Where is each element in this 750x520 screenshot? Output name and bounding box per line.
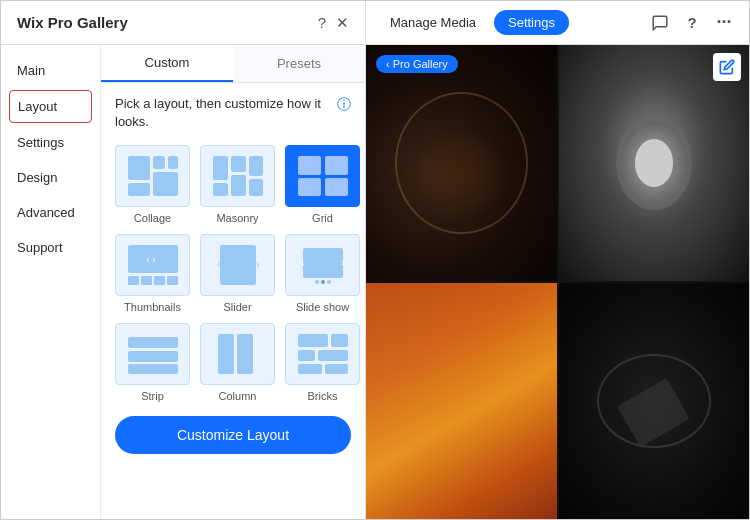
svg-text:›: › (256, 259, 259, 270)
svg-rect-12 (325, 156, 348, 175)
more-icon[interactable]: ··· (709, 8, 739, 38)
svg-rect-21 (220, 245, 256, 285)
layout-column-label: Column (219, 390, 257, 402)
svg-rect-6 (231, 156, 246, 172)
sidebar: Main Layout Settings Design Advanced Sup… (1, 45, 101, 519)
layout-masonry-label: Masonry (216, 212, 258, 224)
svg-rect-39 (298, 364, 322, 374)
svg-rect-18 (141, 276, 152, 285)
layout-grid-item[interactable]: Grid (285, 145, 360, 224)
svg-rect-37 (298, 350, 315, 361)
layout-strip-label: Strip (141, 390, 164, 402)
settings-tab[interactable]: Settings (494, 10, 569, 35)
svg-rect-14 (325, 178, 348, 196)
gallery-cell-bike (559, 283, 750, 519)
layout-slider[interactable]: ‹ › Slider (200, 234, 275, 313)
app-title: Wix Pro Gallery (17, 14, 128, 31)
layout-slideshow[interactable]: ‹ › Slide show (285, 234, 360, 313)
edit-icon (719, 59, 735, 75)
svg-rect-19 (154, 276, 165, 285)
svg-rect-17 (128, 276, 139, 285)
svg-rect-34 (237, 334, 253, 374)
layout-slideshow-label: Slide show (296, 301, 349, 313)
svg-text:›: › (341, 257, 344, 268)
svg-rect-10 (249, 179, 263, 196)
layout-bricks-label: Bricks (308, 390, 338, 402)
svg-rect-7 (249, 156, 263, 176)
sidebar-item-support[interactable]: Support (1, 230, 100, 265)
svg-rect-13 (298, 178, 321, 196)
svg-rect-33 (218, 334, 234, 374)
svg-rect-38 (318, 350, 348, 361)
edit-icon-button[interactable] (713, 53, 741, 81)
sidebar-item-advanced[interactable]: Advanced (1, 195, 100, 230)
svg-point-28 (321, 280, 325, 284)
customize-layout-button[interactable]: Customize Layout (115, 416, 351, 454)
svg-rect-36 (331, 334, 348, 347)
svg-point-29 (327, 280, 331, 284)
tabs-row: Custom Presets (101, 45, 365, 83)
svg-point-27 (315, 280, 319, 284)
gallery-cell-coffee (366, 45, 557, 281)
layout-collage[interactable]: Collage (115, 145, 190, 224)
sidebar-item-settings[interactable]: Settings (1, 125, 100, 160)
svg-text:‹: ‹ (217, 259, 220, 270)
left-panel: Main Layout Settings Design Advanced Sup… (1, 45, 366, 519)
layout-bricks[interactable]: Bricks (285, 323, 360, 402)
content-area: Pick a layout, then customize how it loo… (101, 83, 365, 519)
tab-presets[interactable]: Presets (233, 45, 365, 82)
svg-rect-0 (128, 156, 150, 180)
svg-rect-31 (128, 351, 178, 362)
help-icon[interactable]: ? (318, 14, 326, 31)
layout-collage-label: Collage (134, 212, 171, 224)
pro-gallery-badge[interactable]: ‹ Pro Gallery (376, 55, 458, 73)
svg-rect-24 (303, 248, 343, 278)
svg-rect-4 (153, 172, 178, 196)
layout-masonry[interactable]: Masonry (200, 145, 275, 224)
svg-rect-32 (128, 364, 178, 374)
panel-header: Wix Pro Gallery ? ✕ (1, 1, 366, 44)
layout-slider-label: Slider (223, 301, 251, 313)
svg-rect-2 (153, 156, 165, 169)
comment-icon[interactable] (645, 8, 675, 38)
sidebar-item-design[interactable]: Design (1, 160, 100, 195)
svg-rect-35 (298, 334, 328, 347)
sidebar-item-layout[interactable]: Layout (9, 90, 92, 123)
manage-media-tab[interactable]: Manage Media (376, 10, 490, 35)
svg-rect-8 (213, 183, 228, 196)
gallery-grid (366, 45, 749, 519)
svg-rect-20 (167, 276, 178, 285)
svg-rect-30 (128, 337, 178, 348)
svg-rect-40 (325, 364, 348, 374)
gallery-topnav: Manage Media Settings ? ··· (366, 1, 749, 44)
tab-custom[interactable]: Custom (101, 45, 233, 82)
close-icon[interactable]: ✕ (336, 14, 349, 32)
sidebar-item-main[interactable]: Main (1, 53, 100, 88)
content-description: Pick a layout, then customize how it loo… (115, 95, 351, 131)
svg-rect-1 (128, 183, 150, 196)
svg-text:‹ ›: ‹ › (146, 254, 155, 265)
layout-thumbnails-label: Thumbnails (124, 301, 181, 313)
gallery-cell-orange (366, 283, 557, 519)
description-text: Pick a layout, then customize how it loo… (115, 95, 331, 131)
layout-grid: Collage Masonry (115, 145, 351, 402)
svg-rect-11 (298, 156, 321, 175)
layout-strip[interactable]: Strip (115, 323, 190, 402)
layout-column[interactable]: Column (200, 323, 275, 402)
svg-rect-5 (213, 156, 228, 180)
gallery-panel: ‹ Pro Gallery (366, 45, 749, 519)
svg-text:‹: ‹ (301, 257, 304, 268)
info-icon: ⓘ (337, 96, 351, 114)
svg-rect-3 (168, 156, 178, 169)
tab-panel: Custom Presets Pick a layout, then custo… (101, 45, 365, 519)
topnav-help-icon[interactable]: ? (677, 8, 707, 38)
layout-grid-label: Grid (312, 212, 333, 224)
layout-thumbnails[interactable]: ‹ › Thumbnails (115, 234, 190, 313)
svg-rect-9 (231, 175, 246, 196)
